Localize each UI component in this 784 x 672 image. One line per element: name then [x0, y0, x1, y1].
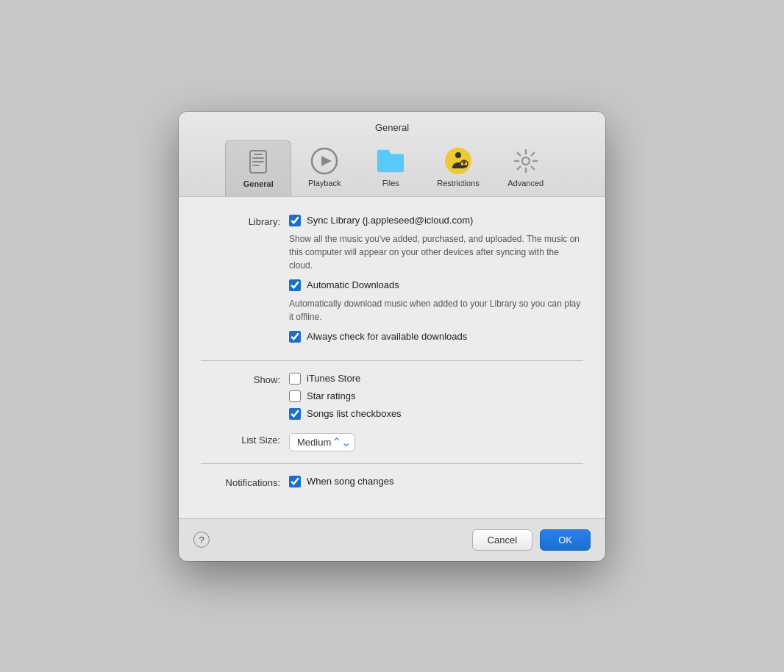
window-title: General: [179, 122, 605, 133]
advanced-icon: [511, 146, 541, 176]
itunes-store-checkbox[interactable]: [289, 373, 301, 385]
show-section: Show: iTunes Store Star ratings Songs li…: [201, 373, 583, 451]
sync-library-row: Sync Library (j.appleseed@icloud.com): [289, 215, 583, 226]
songs-list-label[interactable]: Songs list checkboxes: [307, 408, 402, 419]
auto-downloads-row: Automatic Downloads: [289, 279, 583, 291]
divider-2: [201, 463, 583, 464]
when-song-label[interactable]: When song changes: [307, 476, 394, 487]
buttons-group: Cancel OK: [472, 529, 591, 551]
tab-general[interactable]: General: [225, 140, 291, 196]
star-ratings-checkbox[interactable]: [289, 390, 301, 402]
show-content: iTunes Store Star ratings Songs list che…: [289, 373, 583, 426]
auto-downloads-checkbox[interactable]: [289, 279, 301, 291]
svg-point-7: [445, 148, 471, 174]
help-button[interactable]: ?: [193, 532, 210, 548]
notifications-content: When song changes: [289, 476, 583, 493]
content-area: Library: Sync Library (j.appleseed@iclou…: [179, 197, 605, 518]
auto-downloads-label[interactable]: Automatic Downloads: [307, 279, 399, 290]
library-label: Library:: [201, 215, 289, 227]
when-song-checkbox[interactable]: [289, 476, 301, 487]
tab-restrictions[interactable]: Restrictions: [424, 140, 492, 196]
general-icon: [243, 147, 273, 176]
tab-playback[interactable]: Playback: [291, 140, 357, 196]
svg-point-8: [455, 152, 461, 158]
when-song-row: When song changes: [289, 476, 583, 487]
svg-point-11: [522, 157, 530, 165]
itunes-store-label[interactable]: iTunes Store: [307, 373, 360, 384]
always-check-row: Always check for available downloads: [289, 331, 583, 343]
list-size-row: List Size: Small Medium Large ⌃⌄: [201, 433, 583, 451]
notifications-section: Notifications: When song changes: [201, 476, 583, 493]
show-label: Show:: [201, 373, 289, 385]
bottom-bar: ? Cancel OK: [179, 518, 605, 561]
star-ratings-label[interactable]: Star ratings: [307, 390, 355, 401]
preferences-window: General General: [179, 112, 605, 561]
always-check-checkbox[interactable]: [289, 331, 301, 343]
restrictions-icon: [443, 146, 473, 176]
list-size-select[interactable]: Small Medium Large: [289, 433, 355, 451]
list-size-content: Small Medium Large ⌃⌄: [289, 433, 583, 451]
cancel-button[interactable]: Cancel: [472, 529, 532, 551]
title-bar: General General: [179, 112, 605, 197]
tab-files[interactable]: Files: [357, 140, 424, 196]
library-content: Sync Library (j.appleseed@icloud.com) Sh…: [289, 215, 583, 348]
list-size-label: List Size:: [201, 433, 289, 446]
notifications-label: Notifications:: [201, 476, 289, 488]
playback-icon: [310, 146, 339, 176]
svg-rect-3: [252, 161, 264, 162]
always-check-label[interactable]: Always check for available downloads: [307, 331, 467, 342]
tab-files-label: Files: [382, 179, 399, 187]
divider-1: [201, 360, 583, 361]
tab-general-label: General: [243, 179, 274, 188]
ok-button[interactable]: OK: [540, 529, 591, 551]
tab-advanced[interactable]: Advanced: [493, 140, 559, 196]
svg-marker-6: [321, 156, 332, 166]
notifications-row: Notifications: When song changes: [201, 476, 583, 493]
songs-list-row: Songs list checkboxes: [289, 408, 583, 420]
sync-library-label[interactable]: Sync Library (j.appleseed@icloud.com): [307, 215, 473, 226]
library-row: Library: Sync Library (j.appleseed@iclou…: [201, 215, 583, 348]
svg-rect-2: [252, 157, 264, 159]
tab-restrictions-label: Restrictions: [437, 179, 479, 187]
svg-point-10: [463, 161, 466, 164]
list-size-select-wrapper: Small Medium Large ⌃⌄: [289, 433, 355, 451]
auto-downloads-description: Automatically download music when added …: [289, 297, 583, 324]
library-section: Library: Sync Library (j.appleseed@iclou…: [201, 215, 583, 348]
songs-list-checkbox[interactable]: [289, 408, 301, 420]
sync-library-description: Show all the music you've added, purchas…: [289, 232, 583, 272]
tab-advanced-label: Advanced: [507, 179, 544, 187]
files-icon: [376, 146, 405, 176]
toolbar: General Playback File: [179, 140, 605, 196]
star-ratings-row: Star ratings: [289, 390, 583, 402]
tab-playback-label: Playback: [308, 179, 341, 187]
itunes-store-row: iTunes Store: [289, 373, 583, 385]
show-row: Show: iTunes Store Star ratings Songs li…: [201, 373, 583, 426]
svg-rect-1: [254, 154, 263, 155]
svg-rect-4: [252, 165, 260, 166]
sync-library-checkbox[interactable]: [289, 215, 301, 226]
